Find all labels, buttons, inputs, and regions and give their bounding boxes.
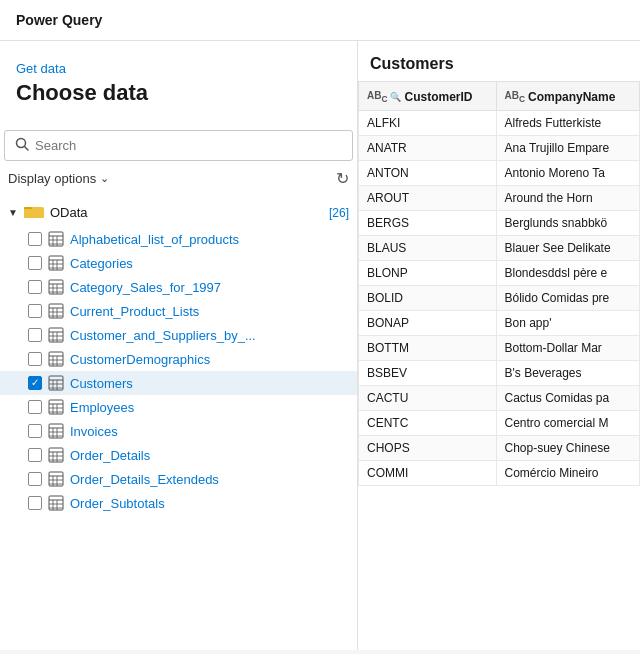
svg-rect-4 [24, 209, 44, 218]
cell-customerid: COMMI [359, 461, 497, 486]
tree-item-customer-suppliers[interactable]: Customer_and_Suppliers_by_... [0, 323, 357, 347]
cell-companyname: B's Beverages [496, 361, 640, 386]
display-options-row: Display options ⌄ ↻ [0, 167, 357, 194]
table-icon [48, 495, 64, 511]
table-row: BLONPBlondesddsl père e [359, 261, 640, 286]
checkbox-alphabetical[interactable] [28, 232, 42, 246]
cell-customerid: BOLID [359, 286, 497, 311]
abc-icon-2: ABC [505, 90, 525, 104]
table-icon [48, 399, 64, 415]
cell-companyname: Bon app' [496, 311, 640, 336]
tree-item-customers[interactable]: Customers [0, 371, 357, 395]
title-bar: Power Query [0, 0, 640, 41]
chevron-down-icon: ⌄ [100, 172, 109, 185]
folder-icon [24, 203, 44, 222]
checkbox-order-details-ext[interactable] [28, 472, 42, 486]
cell-customerid: ALFKI [359, 111, 497, 136]
left-header: Get data Choose data [0, 41, 357, 130]
checkbox-invoices[interactable] [28, 424, 42, 438]
checkbox-order-details[interactable] [28, 448, 42, 462]
item-label-order-details: Order_Details [70, 448, 150, 463]
choose-data-title: Choose data [16, 80, 341, 106]
refresh-icon[interactable]: ↻ [336, 169, 349, 188]
table-row: BERGSBerglunds snabbkö [359, 211, 640, 236]
odata-header[interactable]: ▼ OData [26] [0, 198, 357, 227]
table-icon [48, 255, 64, 271]
search-box[interactable] [4, 130, 353, 161]
item-label-employees: Employees [70, 400, 134, 415]
search-input[interactable] [35, 138, 342, 153]
table-row: ALFKIAlfreds Futterkiste [359, 111, 640, 136]
cell-customerid: BSBEV [359, 361, 497, 386]
odata-count: [26] [329, 206, 349, 220]
checkbox-category-sales[interactable] [28, 280, 42, 294]
tree-item-order-details[interactable]: Order_Details [0, 443, 357, 467]
cell-customerid: BLONP [359, 261, 497, 286]
cell-customerid: AROUT [359, 186, 497, 211]
table-icon [48, 471, 64, 487]
search-icon [15, 137, 29, 154]
item-label-alphabetical: Alphabetical_list_of_products [70, 232, 239, 247]
checkbox-order-subtotals[interactable] [28, 496, 42, 510]
table-row: ANTONAntonio Moreno Ta [359, 161, 640, 186]
checkbox-customer-suppliers[interactable] [28, 328, 42, 342]
cell-companyname: Bólido Comidas pre [496, 286, 640, 311]
cell-companyname: Berglunds snabbkö [496, 211, 640, 236]
checkbox-categories[interactable] [28, 256, 42, 270]
cell-companyname: Alfreds Futterkiste [496, 111, 640, 136]
cell-customerid: CACTU [359, 386, 497, 411]
checkbox-current-product[interactable] [28, 304, 42, 318]
cell-customerid: ANTON [359, 161, 497, 186]
tree-item-employees[interactable]: Employees [0, 395, 357, 419]
item-label-customer-demographics: CustomerDemographics [70, 352, 210, 367]
cell-customerid: ANATR [359, 136, 497, 161]
table-row: BLAUSBlauer See Delikate [359, 236, 640, 261]
tree-container: ▼ OData [26] Alphabetical_list_of_pro [0, 194, 357, 650]
checkbox-employees[interactable] [28, 400, 42, 414]
tree-item-order-details-ext[interactable]: Order_Details_Extendeds [0, 467, 357, 491]
abc-icon: ABC [367, 90, 387, 104]
table-row: COMMIComércio Mineiro [359, 461, 640, 486]
table-icon [48, 327, 64, 343]
display-options-button[interactable]: Display options ⌄ [8, 171, 109, 186]
left-panel: Get data Choose data Display options ⌄ ↻… [0, 41, 358, 650]
tree-item-customer-demographics[interactable]: CustomerDemographics [0, 347, 357, 371]
table-row: CACTUCactus Comidas pa [359, 386, 640, 411]
checkbox-customers[interactable] [28, 376, 42, 390]
table-row: BOTTMBottom-Dollar Mar [359, 336, 640, 361]
cell-companyname: Antonio Moreno Ta [496, 161, 640, 186]
cell-companyname: Comércio Mineiro [496, 461, 640, 486]
tree-item-invoices[interactable]: Invoices [0, 419, 357, 443]
table-icon [48, 279, 64, 295]
svg-line-1 [25, 147, 29, 151]
table-row: CENTCCentro comercial M [359, 411, 640, 436]
data-table-container[interactable]: ABC 🔍 CustomerID ABC CompanyName [358, 81, 640, 650]
tree-item-alphabetical[interactable]: Alphabetical_list_of_products [0, 227, 357, 251]
item-label-invoices: Invoices [70, 424, 118, 439]
cell-customerid: CENTC [359, 411, 497, 436]
table-row: BSBEVB's Beverages [359, 361, 640, 386]
cell-companyname: Centro comercial M [496, 411, 640, 436]
item-label-customers: Customers [70, 376, 133, 391]
tree-item-order-subtotals[interactable]: Order_Subtotals [0, 491, 357, 515]
item-label-categories: Categories [70, 256, 133, 271]
checkbox-customer-demographics[interactable] [28, 352, 42, 366]
item-label-order-details-ext: Order_Details_Extendeds [70, 472, 219, 487]
customers-table: ABC 🔍 CustomerID ABC CompanyName [358, 81, 640, 486]
table-icon [48, 351, 64, 367]
tree-item-category-sales[interactable]: Category_Sales_for_1997 [0, 275, 357, 299]
table-icon [48, 303, 64, 319]
tree-items-container: Alphabetical_list_of_products Categories… [0, 227, 357, 515]
item-label-category-sales: Category_Sales_for_1997 [70, 280, 221, 295]
cell-companyname: Chop-suey Chinese [496, 436, 640, 461]
right-panel: Customers ABC 🔍 CustomerID [358, 41, 640, 650]
tree-item-current-product[interactable]: Current_Product_Lists [0, 299, 357, 323]
cell-companyname: Blauer See Delikate [496, 236, 640, 261]
table-row: AROUTAround the Horn [359, 186, 640, 211]
table-row: ANATRAna Trujillo Empare [359, 136, 640, 161]
tree-item-categories[interactable]: Categories [0, 251, 357, 275]
item-label-current-product: Current_Product_Lists [70, 304, 199, 319]
get-data-label: Get data [16, 61, 341, 76]
collapse-triangle-icon: ▼ [8, 207, 18, 218]
cell-companyname: Blondesddsl père e [496, 261, 640, 286]
